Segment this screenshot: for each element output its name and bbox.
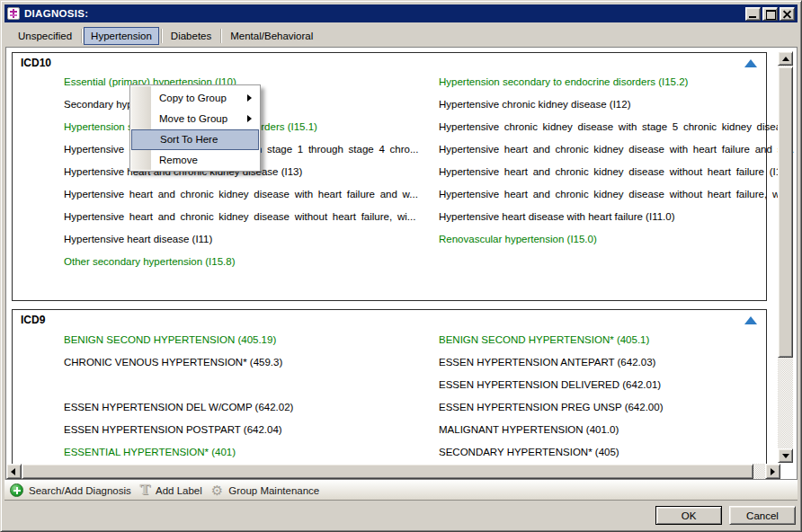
- diagnosis-item[interactable]: ESSEN HYPERTENSION PREG UNSP (642.00): [439, 396, 768, 419]
- diagnosis-item[interactable]: Hypertensive heart and chronic kidney di…: [64, 183, 432, 206]
- close-icon[interactable]: [780, 7, 795, 21]
- diagnosis-panel: ICD10 Essential (primary) hypertension (…: [5, 47, 798, 480]
- maximize-icon[interactable]: [762, 7, 778, 21]
- collapse-icon[interactable]: [744, 59, 757, 67]
- menu-item-copy-to-group[interactable]: Copy to Group: [131, 88, 259, 109]
- submenu-arrow-icon: [247, 115, 252, 122]
- search-add-diagnosis-button[interactable]: Search/Add Diagnosis: [10, 483, 131, 497]
- title-bar: DIAGNOSIS:: [4, 4, 798, 22]
- diagnosis-item[interactable]: CHRONIC VENOUS HYPERTENSION* (459.3): [64, 351, 432, 374]
- context-menu: Copy to Group Move to Group Sort To Here…: [129, 84, 261, 172]
- diagnosis-item[interactable]: Hypertensive chronic kidney disease (I12…: [439, 93, 768, 116]
- scroll-left-icon[interactable]: [6, 464, 22, 479]
- diagnosis-item[interactable]: Renovascular hypertension (I15.0): [439, 228, 768, 251]
- menu-item-sort-to-here[interactable]: Sort To Here: [131, 129, 259, 150]
- tab-bar: Unspecified Hypertension Diabetes Mental…: [4, 24, 798, 47]
- scroll-up-icon[interactable]: [778, 51, 793, 66]
- vertical-scrollbar[interactable]: [778, 51, 793, 463]
- tab-unspecified[interactable]: Unspecified: [11, 27, 79, 45]
- diagnosis-item[interactable]: Hypertensive heart and chronic kidney di…: [439, 138, 768, 161]
- submenu-arrow-icon: [247, 94, 252, 102]
- scroll-down-icon[interactable]: [778, 448, 793, 463]
- tab-separator: [161, 29, 162, 43]
- diagnosis-item[interactable]: ESSEN HYPERTENSION ANTEPART (642.03): [439, 351, 768, 374]
- window-title: DIAGNOSIS:: [24, 8, 88, 19]
- minimize-icon[interactable]: [745, 7, 761, 21]
- icd9-label: ICD9: [21, 314, 45, 326]
- diagnosis-item[interactable]: Hypertensive chronic kidney disease with…: [439, 116, 768, 138]
- menu-item-move-to-group[interactable]: Move to Group: [131, 109, 259, 129]
- add-label-button[interactable]: T Add Label: [140, 483, 202, 497]
- icd9-left-column: BENIGN SECOND HYPERTENSION (405.19)CHRON…: [64, 329, 432, 464]
- diagnosis-item[interactable]: SECONDARY HYPERTENSION* (405): [439, 441, 768, 464]
- diagnosis-item[interactable]: ESSEN HYPERTENSION POSTPART (642.04): [64, 419, 432, 441]
- diagnosis-item[interactable]: ESSEN HYPERTENSION DELIVERED (642.01): [439, 374, 768, 396]
- diagnosis-item[interactable]: Hypertensive heart and chronic kidney di…: [439, 161, 768, 183]
- diagnosis-item[interactable]: Hypertensive heart and chronic kidney di…: [64, 206, 432, 228]
- menu-item-remove[interactable]: Remove: [131, 150, 259, 171]
- diagnosis-item[interactable]: Hypertension secondary to endocrine diso…: [439, 71, 768, 93]
- collapse-icon[interactable]: [744, 316, 757, 324]
- horizontal-scrollbar-thumb[interactable]: [22, 464, 753, 479]
- diagnosis-dialog: DIAGNOSIS: Unspecified Hypertension Diab…: [0, 0, 802, 532]
- icd10-label: ICD10: [21, 57, 51, 69]
- ok-button[interactable]: OK: [655, 506, 722, 525]
- horizontal-scrollbar[interactable]: [6, 464, 780, 479]
- icd9-right-column: BENIGN SECOND HYPERTENSION* (405.1)ESSEN…: [439, 329, 768, 464]
- tab-hypertension[interactable]: Hypertension: [84, 27, 159, 45]
- diagnosis-item[interactable]: BENIGN SECOND HYPERTENSION* (405.1): [439, 329, 768, 351]
- app-icon: [7, 7, 20, 20]
- diagnosis-item[interactable]: ESSEN HYPERTENSION DEL W/COMP (642.02): [64, 396, 432, 419]
- gear-icon: ⚙: [211, 483, 223, 497]
- text-label-icon: T: [140, 483, 150, 497]
- group-maintenance-button[interactable]: ⚙ Group Maintenance: [211, 483, 319, 497]
- tab-separator: [220, 29, 221, 43]
- diagnosis-item[interactable]: Other secondary hypertension (I15.8): [64, 251, 432, 273]
- tab-separator: [81, 29, 82, 43]
- icd10-right-column: Hypertension secondary to endocrine diso…: [439, 71, 768, 251]
- vertical-scrollbar-thumb[interactable]: [778, 66, 793, 358]
- diagnosis-item: [64, 374, 432, 396]
- add-icon: [10, 483, 23, 497]
- scroll-right-icon[interactable]: [765, 464, 780, 479]
- diagnosis-item[interactable]: MALIGNANT HYPERTENSION (401.0): [439, 419, 768, 441]
- diagnosis-item[interactable]: Hypertensive heart and chronic kidney di…: [439, 183, 768, 206]
- cancel-button[interactable]: Cancel: [729, 506, 796, 525]
- tab-mental-behavioral[interactable]: Mental/Behavioral: [223, 27, 320, 45]
- diagnosis-item[interactable]: BENIGN SECOND HYPERTENSION (405.19): [64, 329, 432, 351]
- dialog-footer: OK Cancel: [4, 501, 798, 528]
- bottom-toolbar: Search/Add Diagnosis T Add Label ⚙ Group…: [4, 480, 798, 501]
- tab-diabetes[interactable]: Diabetes: [164, 27, 218, 45]
- diagnosis-item[interactable]: ESSENTIAL HYPERTENSION* (401): [64, 441, 432, 464]
- diagnosis-item[interactable]: Hypertensive heart disease (I11): [64, 228, 432, 251]
- window-controls: [745, 7, 795, 21]
- diagnosis-item[interactable]: Hypertensive heart disease with heart fa…: [439, 206, 768, 228]
